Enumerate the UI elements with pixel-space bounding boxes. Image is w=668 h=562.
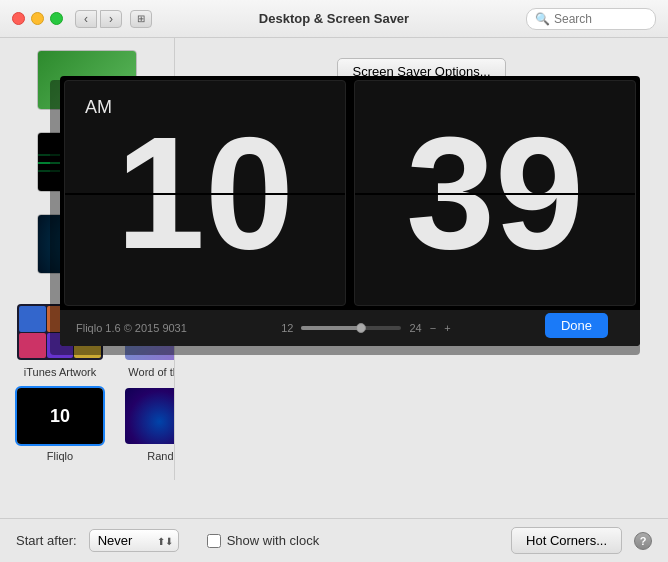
fliqlo-slider-fill (301, 326, 361, 330)
show-with-clock-checkbox[interactable] (207, 534, 221, 548)
grid-label-random: Random (147, 450, 175, 462)
grid-thumb-fliqlo: 10 (15, 386, 105, 446)
fliqlo-panel-hour: AM 10 (64, 80, 346, 306)
grid-item-fliqlo[interactable]: 10 Fliqlo (10, 386, 110, 462)
help-button[interactable]: ? (634, 532, 652, 550)
search-input[interactable] (554, 12, 644, 26)
fliqlo-done-button[interactable]: Done (545, 313, 608, 338)
fliqlo-divider-hour (65, 193, 345, 195)
maximize-button[interactable] (50, 12, 63, 25)
start-after-select[interactable]: Never 1 Minute 5 Minutes 10 Minutes 15 M… (89, 529, 179, 552)
search-icon: 🔍 (535, 12, 550, 26)
fliqlo-bottom-bar: Fliqlo 1.6 © 2015 9031 12 24 − + Done (60, 310, 640, 346)
grid-item-random[interactable]: Random (118, 386, 175, 462)
minimize-button[interactable] (31, 12, 44, 25)
forward-button[interactable]: › (100, 10, 122, 28)
bottom-bar: Start after: Never 1 Minute 5 Minutes 10… (0, 518, 668, 562)
thumb-random-inner (125, 388, 175, 444)
fliqlo-slider-track[interactable] (301, 326, 401, 330)
traffic-lights (12, 12, 63, 25)
fliqlo-max-label: 24 (409, 322, 421, 334)
search-box[interactable]: 🔍 (526, 8, 656, 30)
clock-check-container: Show with clock (207, 533, 319, 548)
fliqlo-panel-minute: 39 (354, 80, 636, 306)
back-button[interactable]: ‹ (75, 10, 97, 28)
thumb-fliqlo-inner: 10 (17, 388, 103, 444)
itunes-cell-1 (19, 306, 46, 332)
start-after-select-wrapper: Never 1 Minute 5 Minutes 10 Minutes 15 M… (89, 529, 179, 552)
itunes-cell-4 (19, 333, 46, 359)
grid-label-itunes: iTunes Artwork (24, 366, 96, 378)
close-button[interactable] (12, 12, 25, 25)
fliqlo-overlay-inner: AM 10 39 Fliqlo 1.6 © 2015 9031 12 (60, 76, 640, 346)
fliqlo-slider-thumb[interactable] (356, 323, 366, 333)
fliqlo-plus[interactable]: + (444, 322, 450, 334)
grid-label-word: Word of the Day (128, 366, 175, 378)
grid-view-button[interactable]: ⊞ (130, 10, 152, 28)
window-title: Desktop & Screen Saver (259, 11, 409, 26)
fliqlo-minus: − (430, 322, 436, 334)
fliqlo-divider-minute (355, 193, 635, 195)
fliqlo-overlay: AM 10 39 Fliqlo 1.6 © 2015 9031 12 (60, 76, 640, 346)
content-area: Ken B... Flu... Sh... (0, 38, 668, 480)
titlebar: ‹ › ⊞ Desktop & Screen Saver 🔍 (0, 0, 668, 38)
grid-label-fliqlo: Fliqlo (47, 450, 73, 462)
start-after-label: Start after: (16, 533, 77, 548)
fliqlo-am-label: AM (85, 97, 112, 118)
grid-thumb-random (123, 386, 175, 446)
fliqlo-controls: 12 24 − + (281, 322, 450, 334)
hot-corners-button[interactable]: Hot Corners... (511, 527, 622, 554)
fliqlo-clock-area: AM 10 39 (60, 76, 640, 310)
clock-label: Show with clock (227, 533, 319, 548)
fliqlo-min-label: 12 (281, 322, 293, 334)
fliqlo-info: Fliqlo 1.6 © 2015 9031 (76, 322, 187, 334)
nav-buttons: ‹ › (75, 10, 122, 28)
